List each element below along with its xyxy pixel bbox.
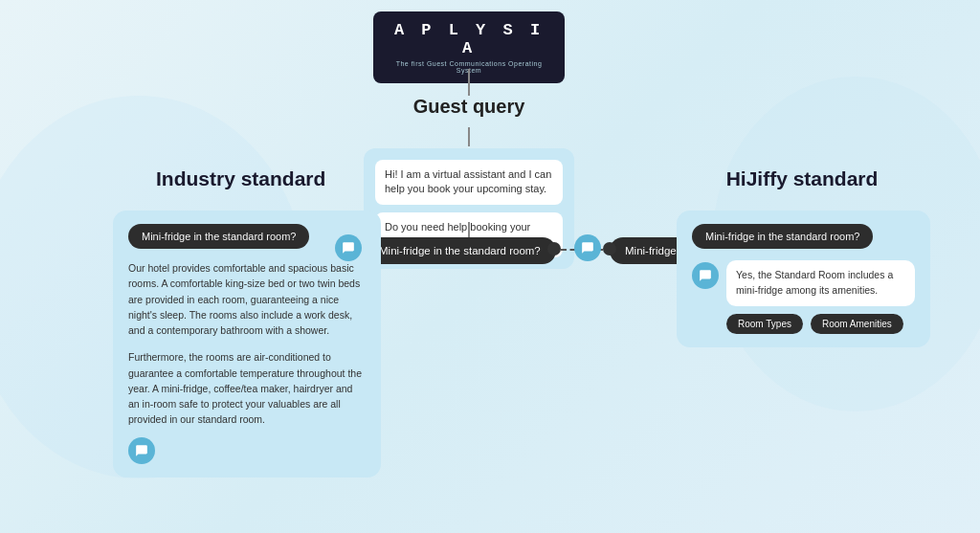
logo-title: A P L Y S I A xyxy=(389,21,549,57)
guest-query-label: Guest query xyxy=(402,96,536,118)
industry-icon-row xyxy=(128,437,366,464)
chat-icon-left-connector xyxy=(335,234,362,261)
connector-query-to-chat xyxy=(468,127,470,146)
industry-query-pill: Mini-fridge in the standard room? xyxy=(128,224,309,249)
hijiffy-response-text: Yes, the Standard Room includes a mini-f… xyxy=(726,260,915,306)
center-query-pill: Mini-fridge in the standard room? xyxy=(364,237,556,264)
chat-icon-right-connector xyxy=(574,234,601,261)
hijiffy-standard-title: HiJiffy standard xyxy=(678,167,926,190)
hijiffy-response-box: Mini-fridge in the standard room? Yes, t… xyxy=(677,211,930,347)
connector-logo-to-query xyxy=(468,69,470,96)
hijiffy-buttons-row: Room Types Room Amenities xyxy=(726,314,915,334)
industry-response-text-2: Furthermore, the rooms are air-condition… xyxy=(128,349,366,427)
room-amenities-button[interactable]: Room Amenities xyxy=(811,314,903,334)
dot-4 xyxy=(603,242,616,255)
hijiffy-query-pill: Mini-fridge in the standard room? xyxy=(692,224,873,249)
diagram-container: A P L Y S I A The first Guest Communicat… xyxy=(0,0,980,533)
industry-standard-title: Industry standard xyxy=(156,167,325,190)
industry-response-text-1: Our hotel provides comfortable and spaci… xyxy=(128,260,366,338)
hijiffy-chat-icon xyxy=(692,262,719,289)
dot-3 xyxy=(547,242,561,255)
room-types-button[interactable]: Room Types xyxy=(726,314,803,334)
chat-bubble-1: Hi! I am a virtual assistant and I can h… xyxy=(375,160,563,205)
industry-chat-icon xyxy=(128,437,155,464)
hijiffy-icon-response-row: Yes, the Standard Room includes a mini-f… xyxy=(692,260,915,306)
